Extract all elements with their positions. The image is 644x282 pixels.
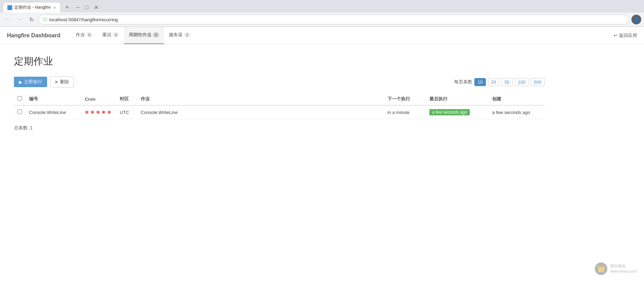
- nav-link-servers-label: 服务器: [169, 32, 183, 38]
- select-all-checkbox[interactable]: [17, 96, 22, 101]
- nav-badge-jobs: 0: [86, 32, 92, 37]
- header-next: 下一个执行: [384, 93, 426, 105]
- delete-label: 删除: [60, 79, 69, 85]
- new-tab-button[interactable]: +: [62, 2, 72, 12]
- tab-close-button[interactable]: ×: [53, 5, 56, 10]
- cron-dot-1: ✱: [85, 109, 89, 115]
- header-job: 作业: [137, 93, 384, 105]
- nav-badge-servers: 2: [184, 32, 190, 37]
- recurring-jobs-table: 编号 Cron 时区 作业 下一个执行 最后执行 创建 Console.Writ…: [14, 93, 545, 119]
- execute-label: 立即执行: [24, 79, 42, 85]
- per-page-500[interactable]: 500: [531, 78, 545, 86]
- header-id: 编号: [25, 93, 81, 105]
- execute-button[interactable]: ▶ 立即执行: [14, 77, 47, 87]
- per-page-label: 每页条数: [454, 79, 472, 85]
- header-tz: 时区: [116, 93, 137, 105]
- nav-link-jobs[interactable]: 作业 0: [71, 27, 97, 44]
- nav-link-recurring-label: 周期性作业: [129, 32, 151, 38]
- row-checkbox-cell: [14, 105, 25, 119]
- tab-bar: 定期作业 - Hangfire × + – □ ✕: [0, 0, 644, 13]
- cron-dot-3: ✱: [96, 109, 100, 115]
- delete-button[interactable]: ✕ 删除: [50, 76, 74, 87]
- row-cron: ✱ ✱ ✱ ✱ ✱: [81, 105, 116, 119]
- nav-link-recurring[interactable]: 周期性作业 1: [124, 27, 164, 44]
- header-checkbox-col: [14, 93, 25, 105]
- hangfire-nav: Hangfire Dashboard 作业 0 重试 0 周期性作业 1 服务器…: [0, 27, 644, 44]
- tab-title: 定期作业 - Hangfire: [14, 5, 51, 10]
- return-app-icon: ↩: [614, 33, 617, 38]
- nav-link-servers[interactable]: 服务器 2: [164, 27, 195, 44]
- minimize-button[interactable]: –: [75, 3, 81, 11]
- header-last: 最后执行: [426, 93, 489, 105]
- cron-dots: ✱ ✱ ✱ ✱ ✱: [85, 109, 113, 115]
- execute-icon: ▶: [19, 79, 22, 85]
- header-created: 创建: [489, 93, 545, 105]
- cron-dot-5: ✱: [107, 109, 111, 115]
- header-cron: Cron: [81, 93, 116, 105]
- delete-icon: ✕: [54, 79, 58, 85]
- page-content: 定期作业 ▶ 立即执行 ✕ 删除 每页条数 10 20 50 100 500: [0, 44, 558, 142]
- nav-brand: Hangfire Dashboard: [7, 32, 60, 39]
- row-created: a few seconds ago: [489, 105, 545, 119]
- table-body: Console.WriteLine ✱ ✱ ✱ ✱ ✱ UTC Console.…: [14, 105, 545, 119]
- nav-badge-recurring: 1: [153, 32, 159, 37]
- per-page-10[interactable]: 10: [474, 78, 486, 86]
- row-last: a few seconds ago: [426, 105, 489, 119]
- close-window-button[interactable]: ✕: [92, 3, 100, 12]
- nav-link-retries-label: 重试: [102, 32, 111, 38]
- toolbar-left: ▶ 立即执行 ✕ 删除: [14, 76, 74, 87]
- return-app-link[interactable]: ↩ 返回应用: [614, 32, 637, 39]
- address-text: localhost:50847/hangfire/recurring: [49, 17, 625, 22]
- cron-dot-2: ✱: [90, 109, 95, 115]
- row-checkbox[interactable]: [17, 109, 22, 114]
- tab-favicon: [7, 5, 12, 10]
- total-count: 总条数: 1: [14, 125, 545, 131]
- refresh-button[interactable]: ↻: [27, 15, 36, 24]
- row-job: Console.WriteLine: [137, 105, 384, 119]
- per-page-100[interactable]: 100: [515, 78, 529, 86]
- row-next: in a minute: [384, 105, 426, 119]
- forward-button[interactable]: →: [15, 15, 24, 24]
- header-row: 编号 Cron 时区 作业 下一个执行 最后执行 创建: [14, 93, 545, 105]
- lock-icon: ⓘ: [43, 17, 47, 23]
- browser-controls: ← → ↻ ⓘ localhost:50847/hangfire/recurri…: [0, 13, 644, 26]
- profile-button[interactable]: 👤: [631, 15, 641, 24]
- nav-right: ↩ 返回应用: [614, 32, 637, 39]
- table-row: Console.WriteLine ✱ ✱ ✱ ✱ ✱ UTC Console.…: [14, 105, 545, 119]
- per-page-20[interactable]: 20: [488, 78, 499, 86]
- nav-link-retries[interactable]: 重试 0: [97, 27, 124, 44]
- back-button[interactable]: ←: [3, 15, 13, 24]
- nav-badge-retries: 0: [113, 32, 119, 37]
- per-page-50[interactable]: 50: [501, 78, 512, 86]
- toolbar: ▶ 立即执行 ✕ 删除 每页条数 10 20 50 100 500: [14, 76, 545, 87]
- return-app-label: 返回应用: [619, 32, 637, 39]
- window-controls: – □ ✕: [75, 3, 100, 12]
- maximize-button[interactable]: □: [83, 3, 90, 11]
- table-header: 编号 Cron 时区 作业 下一个执行 最后执行 创建: [14, 93, 545, 105]
- nav-link-jobs-label: 作业: [76, 32, 85, 38]
- page-title: 定期作业: [14, 55, 545, 68]
- per-page-control: 每页条数 10 20 50 100 500: [454, 78, 545, 86]
- cron-dot-4: ✱: [102, 109, 106, 115]
- active-tab[interactable]: 定期作业 - Hangfire ×: [3, 2, 61, 13]
- row-tz: UTC: [116, 105, 137, 119]
- row-id: Console.WriteLine: [25, 105, 81, 119]
- browser-chrome: 定期作业 - Hangfire × + – □ ✕ ← → ↻ ⓘ localh…: [0, 0, 644, 27]
- last-executed-badge: a few seconds ago: [429, 109, 470, 115]
- nav-links: 作业 0 重试 0 周期性作业 1 服务器 2: [71, 27, 614, 44]
- address-bar[interactable]: ⓘ localhost:50847/hangfire/recurring: [38, 15, 629, 24]
